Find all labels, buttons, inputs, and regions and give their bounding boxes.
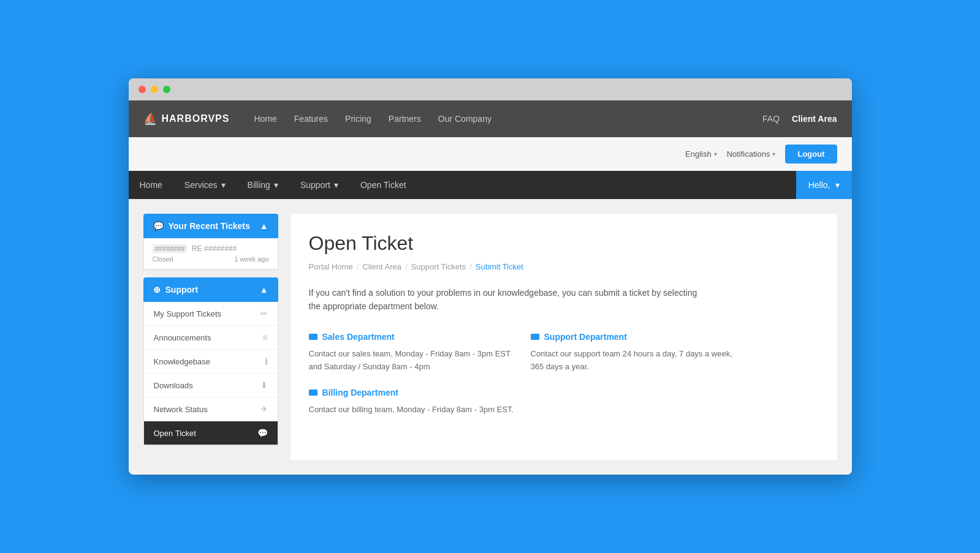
sub-nav-links: Home Services ▾ Billing ▾ Support ▾ Open…: [129, 171, 796, 199]
support-dept-card: Support Department Contact our support t…: [531, 332, 738, 374]
breadcrumb-client-area[interactable]: Client Area: [362, 262, 401, 271]
menu-open-ticket[interactable]: Open Ticket 💬: [144, 421, 278, 445]
open-ticket-icon: 💬: [257, 428, 268, 438]
billing-envelope-icon: [309, 389, 317, 396]
ticket-item[interactable]: ######## RE ######## Closed 1 week ago: [144, 238, 278, 269]
support-label: Support: [165, 285, 199, 295]
menu-downloads[interactable]: Downloads ⬇: [144, 374, 278, 397]
language-button[interactable]: English ▾: [685, 149, 717, 159]
sub-nav-home[interactable]: Home: [129, 171, 173, 199]
hello-text: Hello,: [808, 180, 830, 190]
user-chevron: ▾: [835, 180, 840, 190]
sub-nav: Home Services ▾ Billing ▾ Support ▾ Open…: [129, 171, 852, 199]
breadcrumb-submit-ticket: Submit Ticket: [476, 262, 523, 271]
ticket-id: ########: [153, 244, 188, 253]
close-dot[interactable]: [139, 86, 146, 93]
recent-tickets-header[interactable]: 💬 Your Recent Tickets ▲: [143, 214, 278, 238]
menu-knowledgebase[interactable]: Knowledgebase ℹ: [144, 350, 278, 374]
recent-tickets-icon: 💬: [153, 221, 164, 231]
logo-area: ⛵ HARBORVPS: [143, 112, 230, 126]
sales-dept-card: Sales Department Contact our sales team,…: [309, 332, 516, 374]
menu-my-support-tickets[interactable]: My Support Tickets ✏: [144, 302, 278, 326]
ticket-time: 1 week ago: [234, 255, 268, 263]
browser-window: ⛵ HARBORVPS Home Features Pricing Partne…: [129, 78, 852, 475]
notifications-label: Notifications: [727, 149, 770, 159]
maximize-dot[interactable]: [163, 86, 170, 93]
my-support-tickets-icon: ✏: [260, 309, 268, 318]
sales-dept-desc: Contact our sales team, Monday - Friday …: [309, 348, 516, 374]
menu-network-status[interactable]: Network Status ✈: [144, 397, 278, 421]
nav-features[interactable]: Features: [294, 114, 328, 124]
my-support-tickets-label: My Support Tickets: [154, 309, 222, 318]
logo-text: HARBORVPS: [162, 113, 230, 124]
nav-client-area[interactable]: Client Area: [792, 114, 837, 124]
sub-nav-services[interactable]: Services ▾: [173, 171, 237, 199]
browser-chrome: [129, 78, 852, 100]
network-status-icon: ✈: [260, 404, 268, 414]
nav-home[interactable]: Home: [254, 114, 276, 124]
minimize-dot[interactable]: [151, 86, 158, 93]
departments-grid: Sales Department Contact our sales team,…: [309, 332, 738, 416]
content-area: Open Ticket Portal Home / Client Area / …: [291, 214, 837, 460]
billing-dept-link[interactable]: Billing Department: [309, 388, 516, 397]
downloads-label: Downloads: [154, 381, 193, 390]
menu-announcements[interactable]: Announcements ≡: [144, 326, 278, 350]
recent-tickets-content: ######## RE ######## Closed 1 week ago: [143, 238, 278, 270]
support-envelope-icon: [531, 334, 539, 340]
billing-dept-name: Billing Department: [322, 388, 398, 397]
support-section: ⊕ Support ▲ My Support Tickets ✏ Announc…: [143, 277, 278, 446]
language-label: English: [685, 149, 712, 159]
downloads-icon: ⬇: [260, 380, 268, 390]
ticket-status-label: Closed: [153, 255, 173, 263]
ticket-status: Closed 1 week ago: [153, 255, 269, 263]
top-nav: ⛵ HARBORVPS Home Features Pricing Partne…: [129, 100, 852, 137]
billing-dept-desc: Contact our billing team, Monday - Frida…: [309, 404, 516, 416]
sub-nav-billing[interactable]: Billing ▾: [237, 171, 289, 199]
notifications-button[interactable]: Notifications ▾: [727, 149, 776, 159]
sub-nav-user[interactable]: Hello, ▾: [796, 171, 852, 199]
recent-tickets-label: Your Recent Tickets: [169, 221, 250, 231]
secondary-bar: English ▾ Notifications ▾ Logout: [129, 137, 852, 171]
billing-dept-card: Billing Department Contact our billing t…: [309, 388, 516, 416]
logo-icon: ⛵: [143, 112, 157, 126]
open-ticket-label: Open Ticket: [154, 429, 196, 438]
logout-button[interactable]: Logout: [785, 145, 837, 164]
support-dept-link[interactable]: Support Department: [531, 332, 738, 342]
nav-pricing[interactable]: Pricing: [345, 114, 371, 124]
announcements-label: Announcements: [154, 333, 211, 342]
support-dept-name: Support Department: [544, 332, 627, 342]
nav-our-company[interactable]: Our Company: [438, 114, 492, 124]
main-content: 💬 Your Recent Tickets ▲ ######## RE ####…: [129, 199, 852, 475]
knowledgebase-label: Knowledgebase: [154, 357, 211, 366]
top-nav-right: FAQ Client Area: [762, 114, 837, 124]
intro-text: If you can't find a solution to your pro…: [309, 286, 701, 314]
top-nav-links: Home Features Pricing Partners Our Compa…: [254, 114, 762, 124]
nav-partners[interactable]: Partners: [389, 114, 421, 124]
network-status-label: Network Status: [154, 405, 208, 414]
sales-dept-name: Sales Department: [322, 332, 395, 342]
knowledgebase-icon: ℹ: [265, 356, 268, 366]
nav-faq[interactable]: FAQ: [762, 114, 780, 124]
support-header[interactable]: ⊕ Support ▲: [143, 277, 278, 302]
sub-nav-support[interactable]: Support ▾: [289, 171, 349, 199]
breadcrumb: Portal Home / Client Area / Support Tick…: [309, 262, 819, 271]
ticket-subject: RE ########: [192, 244, 237, 253]
announcements-icon: ≡: [262, 333, 267, 342]
recent-tickets-section: 💬 Your Recent Tickets ▲ ######## RE ####…: [143, 214, 278, 270]
page-title: Open Ticket: [309, 232, 819, 255]
sidebar: 💬 Your Recent Tickets ▲ ######## RE ####…: [143, 214, 278, 460]
recent-tickets-chevron: ▲: [260, 221, 268, 231]
support-chevron: ▲: [260, 285, 268, 295]
sales-dept-link[interactable]: Sales Department: [309, 332, 516, 342]
sales-envelope-icon: [309, 334, 317, 340]
notifications-chevron: ▾: [772, 151, 775, 157]
support-icon: ⊕: [153, 285, 161, 295]
breadcrumb-portal-home[interactable]: Portal Home: [309, 262, 353, 271]
support-menu: My Support Tickets ✏ Announcements ≡ Kno…: [143, 302, 278, 446]
language-chevron: ▾: [714, 151, 717, 157]
support-dept-desc: Contact our support team 24 hours a day,…: [531, 348, 738, 374]
sub-nav-open-ticket[interactable]: Open Ticket: [349, 171, 417, 199]
breadcrumb-support-tickets[interactable]: Support Tickets: [411, 262, 466, 271]
